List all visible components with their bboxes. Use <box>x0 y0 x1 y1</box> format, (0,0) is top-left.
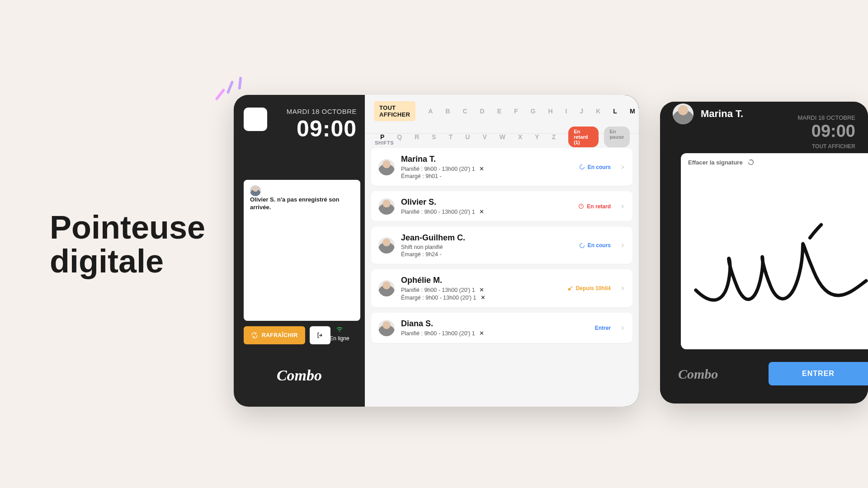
user-name: Marina T. <box>701 108 743 120</box>
avatar <box>673 103 693 124</box>
user-header: Marina T. <box>660 102 868 126</box>
tab-show-all[interactable]: TOUT AFFICHER <box>374 101 415 121</box>
clear-signature-button[interactable]: Effacer la signature <box>681 153 868 171</box>
timeclock-device: MARDI 18 OCTOBRE 09:00 Olivier S. n'a pa… <box>234 95 639 407</box>
status-badge: En retard <box>574 201 615 212</box>
alpha-letter-C[interactable]: C <box>462 108 467 115</box>
chevron-right-icon <box>620 164 625 170</box>
logout-icon <box>316 332 324 339</box>
shift-clocked: Émargé : 9h01 - <box>401 173 568 179</box>
employee-name: Jean-Guilhem C. <box>401 233 568 243</box>
wifi-icon <box>335 325 344 333</box>
alpha-letter-L[interactable]: L <box>613 108 617 115</box>
alpha-letter-I[interactable]: I <box>566 108 567 115</box>
shift-card[interactable]: Marina T.Planifié : 9h00 - 13h00 (20') 1… <box>371 148 632 186</box>
online-label: En ligne <box>330 335 349 342</box>
chevron-right-icon <box>620 286 625 291</box>
current-time: 09:00 <box>297 116 357 142</box>
filter-bar: TOUT AFFICHER ABCDEFGHIJKLMNO PQRSTUVWXY… <box>365 95 639 134</box>
shift-card[interactable]: Diana S.Planifié : 9h00 - 13h00 (20') 1 … <box>371 313 632 343</box>
chevron-right-icon <box>620 325 625 331</box>
app-logo <box>244 108 267 131</box>
current-date: MARDI 18 OCTOBRE <box>287 108 357 115</box>
alpha-letter-H[interactable]: H <box>548 108 552 115</box>
employee-name: Marina T. <box>401 155 568 164</box>
signature-panel: Effacer la signature <box>681 153 868 349</box>
alpha-letter-S[interactable]: S <box>432 133 436 141</box>
alpha-letter-T[interactable]: T <box>449 133 453 141</box>
avatar <box>378 237 395 253</box>
alpha-letter-K[interactable]: K <box>596 108 600 115</box>
refresh-button[interactable]: RAFRAÎCHIR <box>244 326 305 344</box>
shift-clocked: Émargé : 9h24 - <box>401 251 568 258</box>
svg-point-1 <box>568 288 570 290</box>
alpha-letter-V[interactable]: V <box>482 133 486 141</box>
tab-show-all-dim: TOUT AFFICHER <box>812 143 855 150</box>
hero-line2: digitale <box>50 243 164 279</box>
hero-line1: Pointeuse <box>50 209 205 245</box>
alpha-letter-X[interactable]: X <box>518 133 522 141</box>
employee-name: Ophélie M. <box>401 276 557 285</box>
avatar <box>378 280 395 296</box>
status-badge: En cours <box>575 162 615 173</box>
notification-text: Olivier S. n'a pas enregistré son arrivé… <box>250 196 340 211</box>
signature-device: MARDI 18 OCTOBRE 09:00 TOUT AFFICHER Mar… <box>660 102 868 404</box>
status-badge: Depuis 10h04 <box>563 283 615 294</box>
enter-button[interactable]: ENTRER <box>769 362 868 385</box>
alpha-letter-D[interactable]: D <box>480 108 485 115</box>
alpha-letter-F[interactable]: F <box>514 108 518 115</box>
alpha-letter-J[interactable]: J <box>580 108 583 115</box>
shift-planned: Planifié : 9h00 - 13h00 (20') 1 ✕ <box>401 208 567 215</box>
online-status: En ligne <box>327 325 352 342</box>
alpha-letter-Z[interactable]: Z <box>552 133 556 141</box>
alpha-letter-G[interactable]: G <box>531 108 536 115</box>
hero-title: Pointeuse digitale <box>50 211 205 278</box>
alpha-letter-Q[interactable]: Q <box>397 133 402 141</box>
shift-planned: Planifié : 9h00 - 13h00 (20') 1 ✕ <box>401 330 576 337</box>
avatar <box>378 320 395 336</box>
brand-logo: Combo <box>234 367 365 384</box>
status-badge: Entrer <box>582 323 615 333</box>
shift-card[interactable]: Olivier S.Planifié : 9h00 - 13h00 (20') … <box>371 191 632 221</box>
shift-planned: Shift non planifié <box>401 244 568 250</box>
chevron-right-icon <box>620 243 625 248</box>
employee-name: Diana S. <box>401 319 576 328</box>
employee-name: Olivier S. <box>401 197 567 207</box>
alpha-letter-P[interactable]: P <box>380 133 384 141</box>
alpha-letter-U[interactable]: U <box>465 133 470 141</box>
chip-pause[interactable]: En pause <box>604 127 630 147</box>
refresh-icon <box>251 332 258 339</box>
alpha-letter-E[interactable]: E <box>497 108 501 115</box>
avatar <box>378 159 395 175</box>
alpha-letter-A[interactable]: A <box>428 108 433 115</box>
reload-icon <box>747 159 755 166</box>
shift-clocked: Émargé : 9h00 - 13h00 (20') 1 ✕ <box>401 294 557 301</box>
brand-logo: Combo <box>678 366 718 382</box>
signature-stroke <box>681 171 868 349</box>
shift-card[interactable]: Ophélie M.Planifié : 9h00 - 13h00 (20') … <box>371 269 632 307</box>
alpha-letter-B[interactable]: B <box>445 108 450 115</box>
shift-planned: Planifié : 9h00 - 13h00 (20') 1 ✕ <box>401 286 557 293</box>
chip-late[interactable]: En retard (1) <box>568 127 599 147</box>
alpha-letter-Y[interactable]: Y <box>535 133 539 141</box>
alpha-letter-R[interactable]: R <box>415 133 419 141</box>
refresh-label: RAFRAÎCHIR <box>262 332 298 338</box>
alpha-letter-M[interactable]: M <box>630 108 635 115</box>
enter-label: ENTRER <box>802 370 835 378</box>
notification-card: Olivier S. n'a pas enregistré son arrivé… <box>244 180 360 321</box>
avatar <box>250 185 261 196</box>
clear-signature-label: Effacer la signature <box>688 159 743 166</box>
status-badge: En cours <box>575 240 615 251</box>
avatar <box>378 198 395 215</box>
signature-canvas[interactable] <box>681 171 868 349</box>
shift-card[interactable]: Jean-Guilhem C.Shift non planifiéÉmargé … <box>371 227 632 264</box>
chevron-right-icon <box>620 204 625 209</box>
shift-planned: Planifié : 9h00 - 13h00 (20') 1 ✕ <box>401 165 568 172</box>
alpha-letter-W[interactable]: W <box>500 133 505 141</box>
